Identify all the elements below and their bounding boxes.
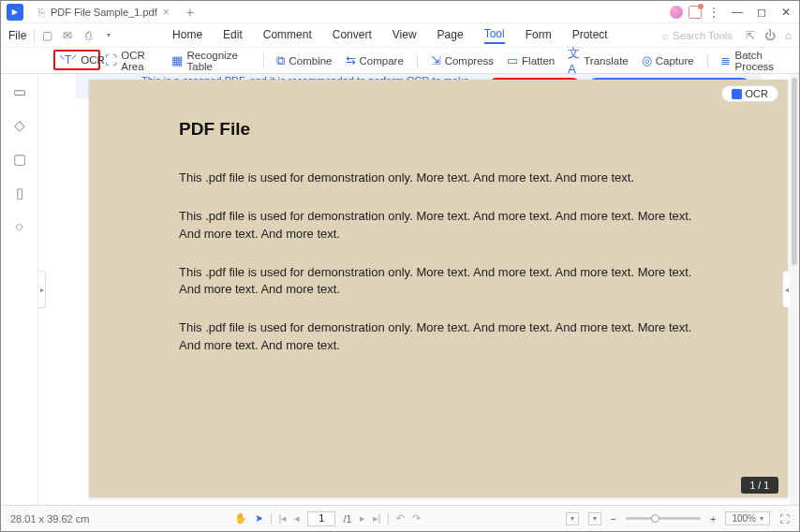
share-icon[interactable]: ⇱ (746, 29, 755, 42)
next-page-button[interactable]: ▸ (360, 512, 365, 525)
history-back-button[interactable]: ↶ (396, 512, 405, 525)
tab-comment[interactable]: Comment (263, 28, 312, 43)
capture-icon: ◎ (642, 53, 652, 67)
tab-edit[interactable]: Edit (223, 28, 243, 43)
mail-icon[interactable]: ✉ (59, 27, 76, 44)
flatten-icon: ▭ (507, 53, 518, 67)
recognize-table-button[interactable]: ▦Recognize Table (171, 50, 249, 72)
thumbnails-icon[interactable]: ▭ (13, 83, 26, 100)
save-icon: ⎘ (38, 7, 45, 18)
open-icon[interactable]: ▢ (38, 27, 55, 44)
select-tool-icon[interactable]: ➤ (255, 512, 263, 525)
page-dimensions: 28.01 x 39.62 cm (10, 513, 89, 525)
prev-page-button[interactable]: ◂ (294, 512, 300, 525)
compress-icon: ⇲ (431, 53, 441, 67)
expand-right-handle[interactable]: ◂ (782, 271, 790, 308)
ocr-chip[interactable]: OCR (721, 85, 778, 102)
tab-protect[interactable]: Protect (572, 28, 608, 43)
zoom-out-button[interactable]: − (611, 513, 616, 525)
page-total: /1 (343, 513, 351, 525)
table-icon: ▦ (171, 53, 183, 67)
new-tab-button[interactable]: + (186, 5, 194, 20)
compare-button[interactable]: ⇆Compare (346, 53, 404, 67)
history-fwd-button[interactable]: ↷ (412, 512, 421, 525)
tab-close-icon[interactable]: × (163, 6, 170, 19)
doc-heading: PDF File (179, 119, 698, 140)
doc-paragraph: This .pdf file is used for demonstration… (179, 208, 698, 244)
hand-tool-icon[interactable]: ✋ (234, 512, 247, 525)
ocr-area-button[interactable]: ⛶OCR Area (105, 50, 158, 72)
titlebar: ▸ ⎘ PDF File Sample_1.pdf × + ⋮ — ◻ ✕ (1, 1, 799, 23)
translate-icon: 文A (568, 45, 580, 76)
tab-title: PDF File Sample_1.pdf (51, 7, 157, 18)
search-panel-icon[interactable]: ○ (15, 218, 23, 234)
document-area: This is a scanned PDF, and it is recomme… (38, 74, 799, 505)
workspace: ▭ ◇ ▢ ▯ ○ This is a scanned PDF, and it … (1, 74, 799, 505)
view-mode-dropdown[interactable]: ▾ (566, 512, 579, 525)
tool-toolbar: ⸌T⸍ OCR ⛶OCR Area ▦Recognize Table ⧉Comb… (1, 48, 799, 74)
batch-icon: ≣ (720, 53, 731, 67)
main-tabs: Home Edit Comment Convert View Page Tool… (121, 27, 659, 44)
tab-convert[interactable]: Convert (333, 28, 372, 43)
vertical-scrollbar[interactable] (790, 74, 799, 505)
doc-paragraph: This .pdf file is used for demonstration… (179, 170, 698, 187)
left-panel: ▭ ◇ ▢ ▯ ○ (1, 74, 38, 505)
doc-paragraph: This .pdf file is used for demonstration… (179, 319, 698, 355)
ocr-button[interactable]: ⸌T⸍ OCR (53, 50, 100, 70)
expand-left-handle[interactable]: ▸ (38, 271, 46, 308)
file-menu[interactable]: File (8, 29, 26, 42)
batch-process-button[interactable]: ≣Batch Process (720, 50, 790, 72)
maximize-button[interactable]: ◻ (754, 6, 769, 19)
scrollbar-thumb[interactable] (792, 78, 797, 265)
comments-panel-icon[interactable]: ▢ (13, 151, 26, 168)
fullscreen-button[interactable]: ⛶ (779, 513, 790, 525)
tab-tool[interactable]: Tool (484, 27, 505, 44)
compress-button[interactable]: ⇲Compress (431, 53, 494, 67)
tab-page[interactable]: Page (437, 28, 464, 43)
capture-button[interactable]: ◎Capture (642, 53, 694, 67)
page-number-input[interactable] (307, 511, 335, 526)
tab-view[interactable]: View (393, 28, 417, 43)
ocr-area-icon: ⛶ (105, 53, 117, 67)
print-icon[interactable]: ⎙ (80, 27, 96, 44)
first-page-button[interactable]: |◂ (279, 512, 288, 525)
minimize-button[interactable]: — (730, 6, 745, 19)
zoom-slider-thumb[interactable] (651, 514, 659, 523)
search-tools[interactable]: ⌕ Search Tools (662, 30, 732, 41)
close-window-button[interactable]: ✕ (778, 6, 793, 19)
notification-icon[interactable] (689, 6, 702, 19)
tab-home[interactable]: Home (172, 28, 202, 43)
combine-icon: ⧉ (276, 53, 285, 68)
zoom-value[interactable]: 100%▾ (725, 511, 770, 525)
cloud-icon[interactable]: ⏻ (764, 29, 776, 42)
document-tab[interactable]: ⎘ PDF File Sample_1.pdf × (29, 1, 179, 22)
doc-paragraph: This .pdf file is used for demonstration… (179, 264, 698, 300)
home-icon[interactable]: ⌂ (785, 29, 792, 42)
translate-button[interactable]: 文ATranslate (568, 45, 629, 76)
menubar: File ▢ ✉ ⎙ ▾ Home Edit Comment Convert V… (1, 23, 799, 48)
statusbar: 28.01 x 39.62 cm ✋ ➤ |◂ ◂ /1 ▸ ▸| ↶ ↷ ▾ … (1, 505, 799, 531)
attachments-icon[interactable]: ▯ (16, 185, 23, 201)
ocr-chip-icon (732, 89, 742, 99)
search-icon: ⌕ (662, 30, 669, 41)
page-indicator: 1 / 1 (741, 477, 778, 494)
page-canvas[interactable]: PDF File This .pdf file is used for demo… (89, 80, 788, 497)
more-menu-icon[interactable]: ⋮ (707, 5, 720, 20)
zoom-in-button[interactable]: + (710, 513, 716, 525)
compare-icon: ⇆ (346, 53, 356, 67)
app-logo: ▸ (7, 4, 23, 21)
qat-dropdown-icon[interactable]: ▾ (100, 27, 117, 44)
zoom-slider[interactable] (626, 517, 701, 520)
ai-assistant-icon[interactable] (670, 6, 683, 19)
bookmarks-icon[interactable]: ◇ (14, 117, 25, 134)
fit-mode-dropdown[interactable]: ▾ (588, 512, 601, 525)
combine-button[interactable]: ⧉Combine (276, 53, 332, 68)
tab-form[interactable]: Form (526, 28, 552, 43)
last-page-button[interactable]: ▸| (373, 512, 381, 525)
flatten-button[interactable]: ▭Flatten (507, 53, 555, 67)
ocr-icon: ⸌T⸍ (59, 53, 77, 66)
